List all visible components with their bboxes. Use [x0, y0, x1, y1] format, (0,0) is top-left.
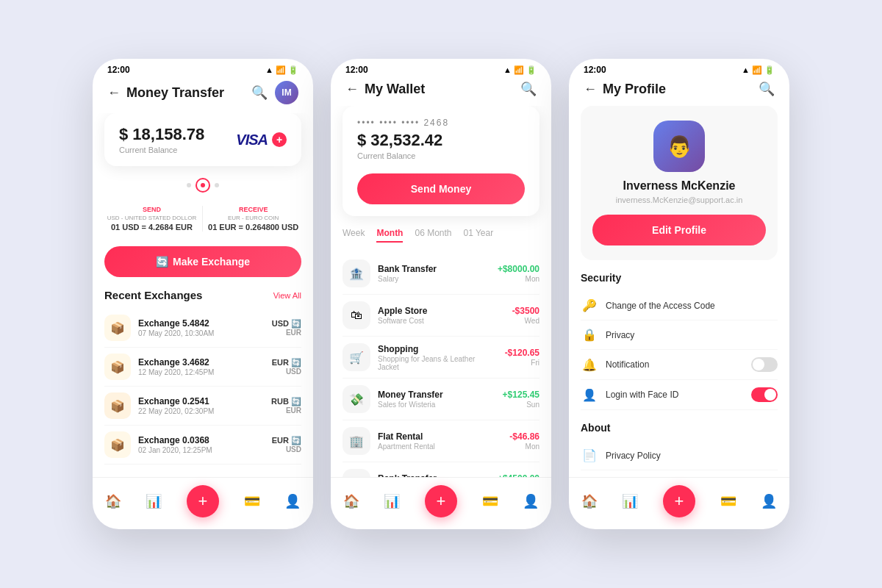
- trans-item-6[interactable]: 🏦 Bank Transfer Salary +$4500.00 Tue: [343, 462, 539, 477]
- status-bar-2: 12:00 ▲ 📶 🔋: [331, 59, 551, 78]
- trans-sub-1: Salary: [378, 275, 490, 283]
- back-arrow-3[interactable]: ←: [584, 82, 597, 97]
- trans-item-4[interactable]: 💸 Money Transfer Sales for Wisteria +$12…: [343, 379, 539, 420]
- send-money-button[interactable]: Send Money: [357, 173, 525, 204]
- make-exchange-button[interactable]: 🔄 Make Exchange: [104, 246, 301, 277]
- exchange-info-1: Exchange 5.4842 07 May 2020, 10:30AM: [138, 318, 265, 337]
- nav-wallet-2[interactable]: 💳: [482, 493, 498, 509]
- security-item-faceid[interactable]: 👤 Login with Face ID: [581, 380, 778, 410]
- edit-profile-button[interactable]: Edit Profile: [592, 215, 766, 245]
- trans-sub-5: Apartment Rental: [378, 442, 502, 451]
- exchange-item-4[interactable]: 📦 Exchange 0.0368 02 Jan 2020, 12:25PM E…: [104, 426, 301, 465]
- receive-rate: 01 EUR = 0.264800 USD: [208, 223, 298, 232]
- nav-wallet-1[interactable]: 💳: [244, 493, 260, 509]
- back-arrow-2[interactable]: ←: [345, 82, 359, 97]
- exchange-date-3: 22 May 2020, 02:30PM: [138, 407, 264, 415]
- trans-name-4: Money Transfer: [378, 390, 495, 400]
- trans-icon-1: 🏦: [343, 259, 370, 287]
- nav-fab-1[interactable]: +: [187, 485, 219, 517]
- header-3: ← My Profile 🔍: [569, 78, 789, 106]
- content-2: •••• •••• •••• 2468 $ 32,532.42 Current …: [331, 106, 551, 477]
- search-icon-1[interactable]: 🔍: [251, 85, 268, 101]
- exchange-currency-2: EUR 🔄 USD: [272, 358, 301, 376]
- trans-name-1: Bank Transfer: [378, 264, 490, 274]
- exchange-date-2: 12 May 2020, 12:45PM: [138, 368, 265, 376]
- profile-card: 👨 Inverness McKenzie inverness.McKenzie@…: [581, 106, 778, 260]
- trans-right-2: -$3500 Wed: [512, 306, 539, 325]
- status-bar-3: 12:00 ▲ 📶 🔋: [569, 59, 789, 78]
- nav-profile-2[interactable]: 👤: [523, 493, 539, 509]
- nav-chart-1[interactable]: 📊: [146, 493, 162, 509]
- search-icon-2[interactable]: 🔍: [520, 81, 537, 97]
- balance-label-1: Current Balance: [119, 146, 204, 154]
- content-3: 👨 Inverness McKenzie inverness.McKenzie@…: [569, 106, 789, 477]
- exchange-name-2: Exchange 3.4682: [138, 357, 265, 368]
- arrow-indicator-1: [104, 178, 301, 193]
- access-code-label: Change of the Access Code: [606, 301, 778, 311]
- trans-item-2[interactable]: 🛍 Apple Store Software Cost -$3500 Wed: [343, 295, 539, 337]
- trans-sub-3: Shopping for Jeans & Leather Jacket: [378, 355, 498, 371]
- faceid-toggle[interactable]: [751, 387, 778, 402]
- search-icon-3[interactable]: 🔍: [759, 81, 775, 97]
- nav-profile-3[interactable]: 👤: [761, 493, 777, 509]
- balance-amount-1: $ 18,158.78: [119, 125, 204, 144]
- trans-info-5: Flat Rental Apartment Rental: [378, 431, 502, 451]
- document-icon: 📄: [581, 448, 598, 462]
- nav-home-2[interactable]: 🏠: [343, 493, 359, 509]
- exchange-name-3: Exchange 0.2541: [138, 396, 264, 406]
- exchange-item-2[interactable]: 📦 Exchange 3.4682 12 May 2020, 12:45PM E…: [104, 348, 301, 387]
- trans-icon-5: 🏢: [343, 427, 370, 455]
- about-item-privacy[interactable]: 📄 Privacy Policy: [581, 441, 778, 470]
- trans-icon-2: 🛍: [343, 301, 370, 329]
- wallet-balance-amount: $ 32,532.42: [357, 131, 525, 150]
- header-2: ← My Wallet 🔍: [331, 78, 551, 106]
- trans-item-1[interactable]: 🏦 Bank Transfer Salary +$8000.00 Mon: [343, 253, 539, 295]
- receive-direction: RECEIVE: [208, 206, 298, 213]
- nav-chart-3[interactable]: 📊: [622, 493, 638, 509]
- header-left-3: ← My Profile: [584, 82, 666, 97]
- wallet-balance-label: Current Balance: [357, 151, 525, 160]
- trans-right-3: -$120.65 Fri: [505, 348, 539, 367]
- trans-amount-2: -$3500: [512, 306, 539, 316]
- receive-currency: EUR - EURO COIN: [208, 215, 298, 221]
- header-icons-1: 🔍 IM: [251, 81, 298, 104]
- trans-item-3[interactable]: 🛒 Shopping Shopping for Jeans & Leather …: [343, 337, 539, 379]
- security-item-notification[interactable]: 🔔 Notification: [581, 350, 778, 380]
- status-bar-1: 12:00 ▲ 📶 🔋: [93, 59, 313, 78]
- tab-1year[interactable]: 01 Year: [464, 228, 494, 243]
- trans-icon-3: 🛒: [343, 343, 370, 371]
- header-1: ← Money Transfer 🔍 IM: [93, 78, 313, 113]
- exchange-item-1[interactable]: 📦 Exchange 5.4842 07 May 2020, 10:30AM U…: [104, 309, 301, 348]
- balance-info-1: $ 18,158.78 Current Balance: [119, 125, 204, 154]
- exchange-info-3: Exchange 0.2541 22 May 2020, 02:30PM: [138, 396, 264, 415]
- back-arrow-1[interactable]: ←: [107, 85, 121, 101]
- nav-fab-2[interactable]: +: [425, 485, 457, 517]
- avatar-1[interactable]: IM: [275, 81, 298, 104]
- nav-home-3[interactable]: 🏠: [581, 493, 598, 509]
- about-section: About 📄 Privacy Policy 💬 Live User Forum: [581, 422, 778, 477]
- nav-wallet-3[interactable]: 💳: [720, 493, 736, 509]
- exchange-item-3[interactable]: 📦 Exchange 0.2541 22 May 2020, 02:30PM R…: [104, 387, 301, 426]
- currency-to-2: USD: [272, 368, 301, 376]
- trans-info-4: Money Transfer Sales for Wisteria: [378, 390, 495, 409]
- tab-week[interactable]: Week: [343, 228, 365, 243]
- nav-fab-3[interactable]: +: [663, 485, 695, 517]
- dot-right: [215, 183, 219, 187]
- tab-6month[interactable]: 06 Month: [415, 228, 451, 243]
- notification-toggle[interactable]: [751, 357, 778, 372]
- visa-plus-btn[interactable]: +: [272, 132, 287, 147]
- nav-profile-1[interactable]: 👤: [284, 493, 301, 509]
- content-1: $ 18,158.78 Current Balance VISA +: [93, 113, 313, 477]
- trans-amount-1: +$8000.00: [498, 264, 539, 274]
- status-time-3: 12:00: [584, 65, 606, 75]
- security-item-access[interactable]: 🔑 Change of the Access Code: [581, 291, 778, 320]
- nav-home-1[interactable]: 🏠: [105, 493, 121, 509]
- security-item-privacy[interactable]: 🔒 Privacy: [581, 320, 778, 350]
- trans-name-5: Flat Rental: [378, 431, 502, 442]
- about-item-forum[interactable]: 💬 Live User Forum: [581, 470, 778, 477]
- status-icons-1: ▲ 📶 🔋: [265, 65, 298, 75]
- trans-item-5[interactable]: 🏢 Flat Rental Apartment Rental -$46.86 M…: [343, 420, 539, 462]
- nav-chart-2[interactable]: 📊: [384, 493, 400, 509]
- view-all-link[interactable]: View All: [273, 291, 301, 300]
- tab-month[interactable]: Month: [376, 228, 403, 243]
